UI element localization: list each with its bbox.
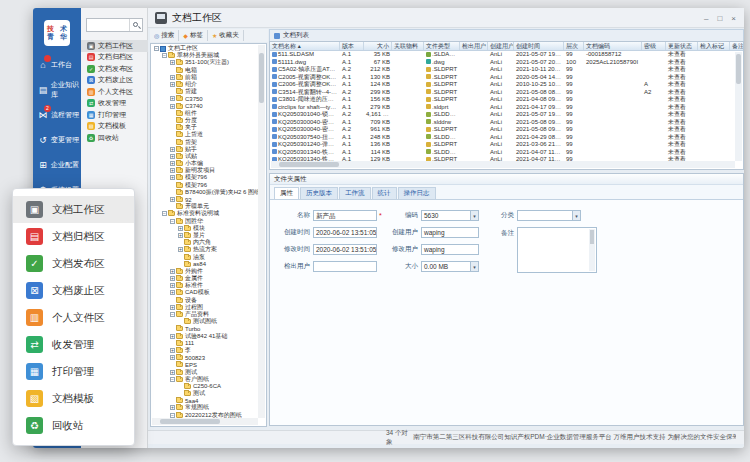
table-header-cell[interactable]: 大小 xyxy=(364,42,392,50)
module-item-print-mgmt[interactable]: ▦打印管理 xyxy=(81,109,148,121)
tree-node[interactable]: 夹子 xyxy=(152,124,258,131)
tree-node[interactable]: as84 xyxy=(152,261,258,268)
tree-horizontal-scrollbar[interactable] xyxy=(152,418,258,425)
module-item-doc-template[interactable]: ▧文档模板 xyxy=(81,121,148,133)
table-row[interactable]: KQ2050301040-锁盖.SLDDRWA.24,161 KB.SLDDRW… xyxy=(270,111,744,119)
tree-node[interactable]: +351-100(灭注器) xyxy=(152,59,258,66)
tree-node[interactable]: +C3750 xyxy=(152,95,258,102)
popup-item-doc-template[interactable]: ▧文档模板 xyxy=(13,385,134,412)
table-row[interactable]: KQ2050301340-铁道夹-4%...A.1114 KB.SLDDRWAn… xyxy=(270,149,744,157)
tree-toggle-icon[interactable]: + xyxy=(170,276,175,281)
tree-toggle-icon[interactable]: + xyxy=(170,168,175,173)
tree-toggle-icon[interactable]: + xyxy=(170,75,175,80)
tree-toggle-icon[interactable]: + xyxy=(170,305,175,310)
remark-textarea[interactable] xyxy=(517,227,597,273)
table-header-cell[interactable]: 更新状态 xyxy=(666,42,698,50)
tree-node[interactable]: 设备 xyxy=(152,297,258,304)
tree-node[interactable]: 油泵 xyxy=(152,253,258,260)
tree-toggle-icon[interactable]: + xyxy=(170,82,175,87)
category-select[interactable]: ▾ xyxy=(517,210,581,221)
tree-node[interactable]: 组件 xyxy=(152,110,258,117)
tree-node[interactable]: 上货道 xyxy=(152,131,258,138)
tree-node[interactable]: +模块 xyxy=(152,225,258,232)
tree-toggle-icon[interactable]: + xyxy=(170,348,175,353)
table-row[interactable]: circlips for shaft—typ...A.1279 KB.sldpr… xyxy=(270,104,744,112)
tree-node[interactable]: +试贴 xyxy=(152,153,258,160)
table-row[interactable]: C3514-视窗翻转--4-2005(00...A.2299 KB.SLDPRT… xyxy=(270,89,744,97)
file-list-tab[interactable]: 文档列表 xyxy=(269,29,744,41)
tree-node[interactable]: 货架 xyxy=(152,138,258,145)
tags-button[interactable]: ◆标签 xyxy=(179,30,208,41)
tree-toggle-icon[interactable]: + xyxy=(170,334,175,339)
tree-node[interactable]: 货建 xyxy=(152,88,258,95)
popup-item-doc-workspace[interactable]: ▣文档工作区 xyxy=(13,196,134,223)
tree-toggle-icon[interactable]: + xyxy=(178,233,183,238)
checkout-user-input[interactable] xyxy=(313,261,377,272)
tree-toggle-icon[interactable]: + xyxy=(170,370,175,375)
popup-item-doc-obsolete[interactable]: ⊠文档废止区 xyxy=(13,277,134,304)
tree-node[interactable]: 分度 xyxy=(152,117,258,124)
tree-node[interactable]: +金属件 xyxy=(152,275,258,282)
tree-node[interactable]: −标准资料说明城 xyxy=(152,210,258,217)
tree-node[interactable]: −国胜华 xyxy=(152,218,258,225)
sidebar-item-process-mgmt[interactable]: ⋈2流程管理 xyxy=(33,102,81,127)
table-row[interactable]: C2005-视窗调整OK×1.5×1...A.1130 KB.SLDPRTAnL… xyxy=(270,74,744,82)
modified-time-input[interactable]: 2020-06-02 13:51:05 xyxy=(313,244,377,255)
tree-node[interactable]: +绍介 xyxy=(152,81,258,88)
tree-node[interactable]: 测试图纸 xyxy=(152,318,258,325)
table-header-cell[interactable]: 文档名称 ▴ xyxy=(270,42,340,50)
chevron-down-icon[interactable]: ▾ xyxy=(572,211,580,220)
tree-toggle-icon[interactable]: + xyxy=(170,283,175,288)
table-header-cell[interactable]: 文件类型 xyxy=(424,42,460,50)
table-row[interactable]: C5A02-轴承压盖ATA.SLDPRTA.2212 KB.SLDPRTAnLi… xyxy=(270,66,744,74)
tree-node[interactable]: +试验842 41基础 xyxy=(152,333,258,340)
tree-toggle-icon[interactable]: + xyxy=(170,405,175,410)
tree-toggle-icon[interactable]: − xyxy=(170,219,175,224)
search-button[interactable] xyxy=(129,19,142,31)
favorites-button[interactable]: ★收藏夹 xyxy=(208,30,244,41)
table-header-cell[interactable]: 密级 xyxy=(642,42,666,50)
module-item-send-receive[interactable]: ⇄收发管理 xyxy=(81,98,148,110)
size-select[interactable]: 0.00 MB▾ xyxy=(421,261,479,272)
module-item-doc-archive[interactable]: ▤文档归档区 xyxy=(81,52,148,64)
tree-node[interactable]: −客户图纸 xyxy=(152,376,258,383)
sidebar-item-workbench[interactable]: ⌂工作台 xyxy=(33,52,81,77)
table-header-cell[interactable]: 版本 xyxy=(340,42,364,50)
tree-toggle-icon[interactable]: − xyxy=(154,46,159,51)
tree-toggle-icon[interactable]: + xyxy=(170,290,175,295)
code-select[interactable]: 5630▾ xyxy=(421,210,479,221)
tree-node[interactable]: +C3740 xyxy=(152,103,258,110)
tree-toggle-icon[interactable]: + xyxy=(178,226,183,231)
table-header-cell[interactable]: 检入标记 xyxy=(698,42,730,50)
popup-item-doc-publish[interactable]: ✓文档发布区 xyxy=(13,250,134,277)
tree-toggle-icon[interactable]: + xyxy=(170,269,175,274)
modified-user-input[interactable]: waping xyxy=(421,244,479,255)
tree-toggle-icon[interactable]: + xyxy=(170,96,175,101)
chevron-down-icon[interactable]: ▾ xyxy=(470,262,478,271)
popup-item-personal-files[interactable]: ▥个人文件区 xyxy=(13,304,134,331)
module-item-doc-obsolete[interactable]: ⊠文档废止区 xyxy=(81,75,148,87)
table-header-cell[interactable]: 文档编码 xyxy=(584,42,642,50)
tree-node[interactable]: 电箱 xyxy=(152,67,258,74)
tree-toggle-icon[interactable]: + xyxy=(178,247,183,252)
table-vertical-scrollbar[interactable] xyxy=(735,52,742,161)
tree-node[interactable]: EPS xyxy=(152,361,258,368)
tree-toggle-icon[interactable]: + xyxy=(170,60,175,65)
tree-toggle-icon[interactable]: + xyxy=(170,175,175,180)
remark-scrollbar[interactable] xyxy=(589,229,595,271)
table-header-cell[interactable]: 层次 xyxy=(564,42,584,50)
sidebar-item-knowledge-base[interactable]: ▤企业知识库 xyxy=(33,77,81,102)
module-item-recycle-bin[interactable]: ♻回收站 xyxy=(81,132,148,144)
tree-node[interactable]: +贴手 xyxy=(152,146,258,153)
created-time-input[interactable]: 2020-06-02 13:51:05 xyxy=(313,227,377,238)
tree-node[interactable]: C250-6CA xyxy=(152,383,258,390)
name-input[interactable]: 新产品 xyxy=(313,210,377,221)
table-header-cell[interactable]: 创建时间 xyxy=(514,42,564,50)
tree-node[interactable]: B78400振(弹簧)夹H2 6 图纸 xyxy=(152,189,258,196)
tree-toggle-icon[interactable]: + xyxy=(170,104,175,109)
table-horizontal-scrollbar[interactable] xyxy=(271,161,735,168)
table-header-cell[interactable]: 关联物料 xyxy=(392,42,424,50)
table-row[interactable]: 511.SLDASMA.135 KB.SLDASMAnLi2021-05-07 … xyxy=(270,51,744,59)
tree-vertical-scrollbar[interactable] xyxy=(258,45,265,418)
tree-node[interactable]: 测试 xyxy=(152,390,258,397)
